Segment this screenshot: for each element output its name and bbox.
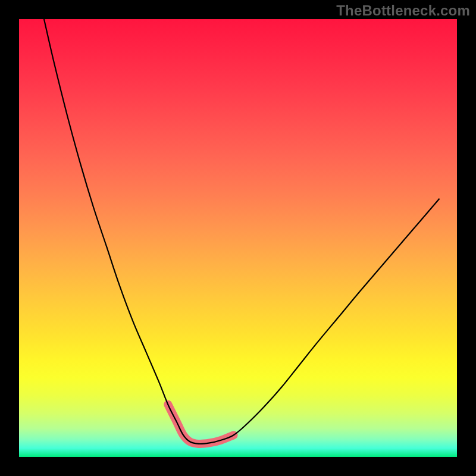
gradient-background bbox=[19, 19, 457, 457]
watermark-text: TheBottleneck.com bbox=[336, 2, 470, 19]
chart-frame: TheBottleneck.com bbox=[0, 0, 476, 476]
chart-canvas bbox=[19, 19, 457, 457]
plot-area bbox=[19, 19, 457, 457]
